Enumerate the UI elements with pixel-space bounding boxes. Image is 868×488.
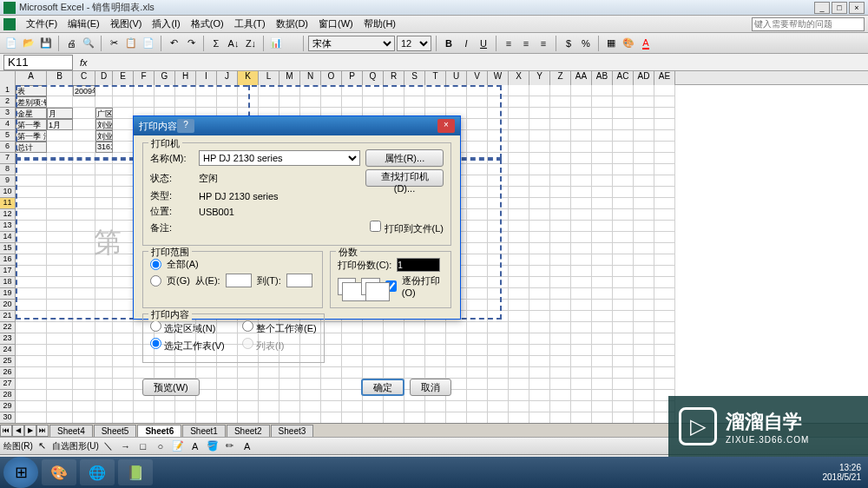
printer-location-value: USB001 — [199, 207, 234, 217]
copies-label: 打印份数(C): — [338, 259, 391, 272]
printer-status-label: 状态: — [150, 172, 194, 185]
to-input[interactable] — [286, 274, 312, 287]
properties-button[interactable]: 属性(R)... — [365, 149, 444, 167]
site-watermark: ▷ 溜溜自学 ZIXUE.3D66.COM — [668, 396, 868, 457]
content-sheet-radio[interactable] — [150, 338, 161, 349]
from-input[interactable] — [226, 274, 252, 287]
find-printer-button[interactable]: 查找打印机(D)... — [365, 169, 444, 187]
tray-time: 13:26 — [823, 463, 862, 472]
printer-legend: 打印机 — [148, 137, 182, 150]
content-sheet-label: 选定工作表(V) — [164, 340, 225, 351]
taskbar: ⊞ 🎨 🌐 📗 13:26 2018/5/21 — [0, 457, 868, 488]
copies-input[interactable] — [397, 258, 440, 272]
printer-name-select[interactable]: HP DJ 2130 series — [199, 150, 360, 166]
printer-name-label: 名称(M): — [150, 152, 194, 165]
play-icon: ▷ — [679, 407, 717, 445]
printer-status-value: 空闲 — [199, 172, 218, 185]
print-content-fieldset: 打印内容 选定区域(N) 整个工作簿(E) 选定工作表(V) 列表(I) — [142, 313, 325, 363]
printer-type-value: HP DJ 2130 series — [199, 191, 279, 201]
print-to-file-checkbox[interactable] — [370, 221, 381, 232]
content-workbook-label: 整个工作簿(E) — [256, 323, 317, 333]
range-all-radio[interactable] — [150, 259, 161, 270]
print-range-fieldset: 打印范围 全部(A) 页(G) 从(E): 到(T): — [142, 251, 323, 308]
dialog-help-button[interactable]: ? — [177, 119, 194, 133]
collate-icon-1 — [338, 278, 356, 295]
task-browser[interactable]: 🌐 — [80, 459, 115, 485]
dialog-title-bar[interactable]: 打印内容 ? × — [134, 116, 460, 135]
system-tray[interactable]: 13:26 2018/5/21 — [816, 463, 869, 482]
cancel-button[interactable]: 取消 — [410, 379, 451, 396]
copies-fieldset: 份数 打印份数(C): 逐份打印(O) — [330, 251, 451, 308]
tray-date: 2018/5/21 — [823, 472, 862, 482]
from-label: 从(E): — [195, 274, 220, 287]
copies-legend: 份数 — [336, 246, 360, 259]
content-list-radio — [242, 338, 253, 349]
range-all-label: 全部(A) — [167, 258, 199, 271]
content-list-label: 列表(I) — [256, 340, 284, 351]
collate-label: 逐份打印(O) — [402, 274, 444, 298]
preview-button[interactable]: 预览(W) — [142, 379, 200, 396]
content-legend: 打印内容 — [148, 308, 192, 321]
content-workbook-radio[interactable] — [242, 320, 253, 332]
watermark-text: 溜溜自学 — [726, 409, 809, 435]
range-legend: 打印范围 — [148, 246, 192, 259]
watermark-subtext: ZIXUE.3D66.COM — [726, 435, 809, 445]
printer-type-label: 类型: — [150, 189, 194, 202]
printer-fieldset: 打印机 名称(M): HP DJ 2130 series 属性(R)... 状态… — [142, 142, 451, 246]
content-selection-label: 选定区域(N) — [164, 323, 215, 333]
printer-location-label: 位置: — [150, 205, 194, 218]
print-dialog: 打印内容 ? × 打印机 名称(M): HP DJ 2130 series 属性… — [133, 115, 461, 320]
dialog-title-text: 打印内容 — [139, 120, 177, 133]
printer-comment-label: 备注: — [150, 221, 194, 234]
print-to-file-label: 打印到文件(L) — [385, 223, 444, 234]
range-pages-radio[interactable] — [150, 275, 161, 287]
dialog-close-button[interactable]: × — [437, 119, 455, 133]
start-button[interactable]: ⊞ — [3, 457, 38, 488]
content-selection-radio[interactable] — [150, 320, 161, 332]
dialog-footer: 预览(W) 确定 取消 — [134, 375, 460, 403]
task-paint[interactable]: 🎨 — [42, 459, 76, 485]
range-pages-label: 页(G) — [167, 274, 190, 287]
to-label: 到(T): — [257, 274, 281, 287]
task-excel[interactable]: 📗 — [118, 459, 153, 485]
collate-icon-2 — [361, 278, 379, 295]
ok-button[interactable]: 确定 — [361, 379, 404, 396]
